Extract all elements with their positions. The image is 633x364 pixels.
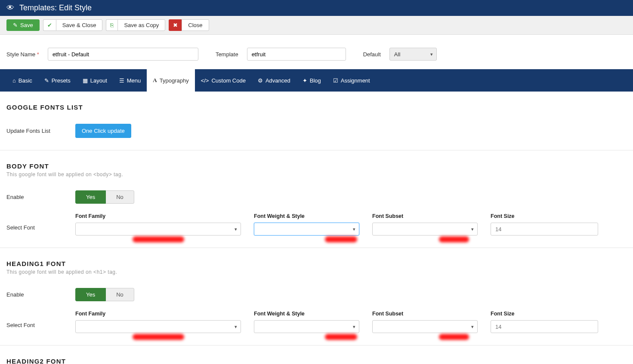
page-header: 👁 Templates: Edit Style — [0, 0, 633, 16]
body-select-label: Select Font — [6, 213, 75, 231]
close-group: ✖ Close — [169, 19, 209, 31]
toolbar: ✎ Save ✔ Save & Close ⎘ Save as Copy ✖ C… — [0, 16, 633, 35]
section-h2-font: HEADING2 FONT — [0, 346, 633, 364]
redacted-marker — [325, 334, 357, 340]
h1-font-desc: This google font will be applied on <h1>… — [6, 269, 627, 275]
h1-subset-label: Font Subset — [372, 311, 478, 317]
h1-enable-yes[interactable]: Yes — [75, 288, 106, 301]
menu-icon: ☰ — [119, 77, 124, 84]
tab-basic[interactable]: ⌂Basic — [6, 69, 38, 92]
save-label: Save — [20, 22, 33, 28]
body-size-label: Font Size — [491, 213, 598, 219]
save-copy-group: ⎘ Save as Copy — [106, 19, 165, 31]
content-area: GOOGLE FONTS LIST Update Fonts List One … — [0, 92, 633, 364]
redacted-marker — [439, 334, 469, 340]
brush-icon: ✎ — [44, 77, 49, 84]
h1-enable-no[interactable]: No — [106, 288, 134, 301]
save-copy-button[interactable]: Save as Copy — [117, 19, 165, 31]
body-enable-toggle: Yes No — [75, 190, 134, 204]
default-value: All — [394, 51, 400, 58]
style-name-label: Style Name * — [6, 51, 39, 58]
default-label: Default — [363, 51, 381, 58]
tabs-bar: ⌂Basic ✎Presets ▦Layout ☰Menu ATypograph… — [0, 69, 633, 92]
body-enable-no[interactable]: No — [106, 190, 134, 204]
section-h1-font: HEADING1 FONT This google font will be a… — [0, 248, 633, 346]
close-button[interactable]: Close — [182, 19, 209, 31]
h1-enable-label: Enable — [6, 291, 75, 298]
template-input[interactable] — [247, 48, 346, 61]
google-fonts-title: GOOGLE FONTS LIST — [6, 104, 627, 111]
tab-typography[interactable]: ATypography — [147, 69, 195, 92]
h2-font-title: HEADING2 FONT — [6, 358, 627, 364]
h1-enable-toggle: Yes No — [75, 288, 134, 301]
redacted-marker — [133, 236, 184, 242]
tab-blog[interactable]: ✦Blog — [296, 69, 327, 92]
pin-icon: ✦ — [303, 77, 307, 84]
page-title: Templates: Edit Style — [19, 3, 92, 12]
h1-family-select[interactable] — [75, 320, 241, 333]
code-icon: </> — [201, 77, 209, 84]
h1-select-label: Select Font — [6, 311, 75, 328]
section-body-font: BODY FONT This google font will be appli… — [0, 150, 633, 248]
tab-menu[interactable]: ☰Menu — [113, 69, 147, 92]
redacted-marker — [133, 334, 184, 340]
style-name-input[interactable] — [48, 48, 198, 61]
update-fonts-button[interactable]: One Click update — [75, 124, 131, 138]
body-weight-select[interactable] — [254, 223, 359, 236]
body-enable-yes[interactable]: Yes — [75, 190, 106, 204]
style-form-row: Style Name * Template Default All — [0, 35, 633, 69]
copy-icon[interactable]: ⎘ — [106, 19, 117, 31]
body-family-select[interactable] — [75, 223, 241, 236]
h1-font-title: HEADING1 FONT — [6, 260, 627, 267]
h1-weight-select[interactable] — [254, 320, 359, 333]
redacted-marker — [439, 236, 469, 242]
body-font-desc: This google font will be applied on <bod… — [6, 171, 627, 177]
gear-icon: ⚙ — [258, 77, 263, 84]
body-family-label: Font Family — [75, 213, 241, 219]
layout-icon: ▦ — [83, 77, 88, 84]
default-select[interactable]: All — [389, 48, 437, 61]
body-weight-label: Font Weight & Style — [254, 213, 359, 219]
save-close-group: ✔ Save & Close — [43, 19, 103, 31]
update-fonts-label: Update Fonts List — [6, 128, 75, 134]
h1-size-input[interactable] — [491, 320, 598, 333]
check-icon[interactable]: ✔ — [43, 19, 56, 31]
save-button[interactable]: ✎ Save — [6, 19, 40, 31]
body-size-input[interactable] — [491, 223, 598, 236]
section-google-fonts: GOOGLE FONTS LIST Update Fonts List One … — [0, 92, 633, 150]
tab-assignment[interactable]: ☑Assignment — [327, 69, 376, 92]
body-font-title: BODY FONT — [6, 162, 627, 170]
check-box-icon: ☑ — [333, 77, 338, 84]
h1-size-label: Font Size — [491, 311, 598, 317]
h1-subset-select[interactable] — [372, 320, 478, 333]
tab-advanced[interactable]: ⚙Advanced — [252, 69, 296, 92]
h1-family-label: Font Family — [75, 311, 241, 317]
save-close-button[interactable]: Save & Close — [56, 19, 103, 31]
home-icon: ⌂ — [12, 77, 16, 84]
template-label: Template — [216, 51, 238, 58]
close-icon[interactable]: ✖ — [169, 19, 182, 31]
h1-weight-label: Font Weight & Style — [254, 311, 359, 317]
tab-custom-code[interactable]: </>Custom Code — [195, 69, 252, 92]
save-icon: ✎ — [13, 22, 18, 28]
body-enable-label: Enable — [6, 194, 75, 200]
body-subset-label: Font Subset — [372, 213, 478, 219]
body-subset-select[interactable] — [372, 223, 478, 236]
tab-layout[interactable]: ▦Layout — [77, 69, 113, 92]
redacted-marker — [325, 236, 357, 242]
font-icon: A — [153, 77, 157, 84]
eye-icon: 👁 — [6, 3, 14, 12]
tab-presets[interactable]: ✎Presets — [38, 69, 77, 92]
